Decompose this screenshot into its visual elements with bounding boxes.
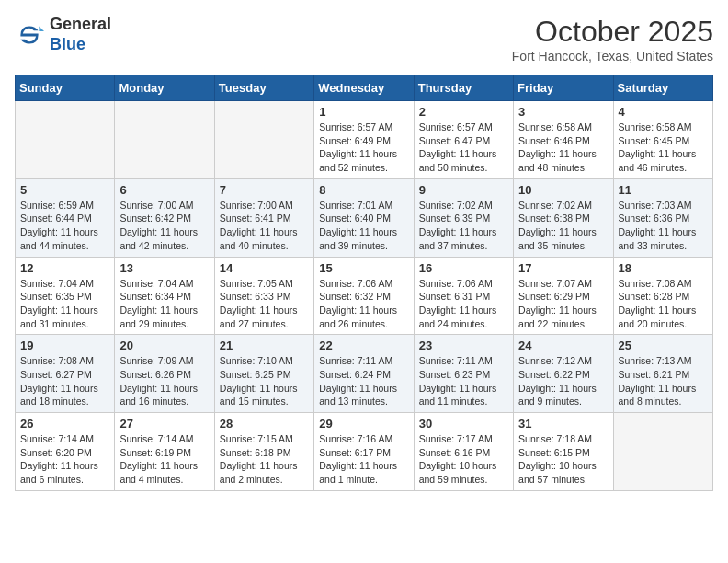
cell-text: Sunrise: 7:06 AMSunset: 6:32 PMDaylight:… [319,278,397,329]
day-number: 22 [319,339,408,352]
calendar-table: SundayMondayTuesdayWednesdayThursdayFrid… [15,75,713,491]
calendar-cell: 23Sunrise: 7:11 AMSunset: 6:23 PMDayligh… [414,335,513,413]
day-number: 5 [20,183,109,197]
calendar-cell: 1Sunrise: 6:57 AMSunset: 6:49 PMDaylight… [314,101,414,179]
cell-text: Sunrise: 7:02 AMSunset: 6:39 PMDaylight:… [419,200,497,251]
day-number: 24 [518,339,608,352]
day-number: 16 [419,261,508,275]
calendar-week-row: 1Sunrise: 6:57 AMSunset: 6:49 PMDaylight… [16,101,713,179]
calendar-cell: 21Sunrise: 7:10 AMSunset: 6:25 PMDayligh… [214,335,313,413]
logo: General Blue [15,15,111,54]
cell-text: Sunrise: 7:04 AMSunset: 6:34 PMDaylight:… [119,278,198,329]
day-number: 11 [619,183,708,197]
day-number: 25 [619,339,708,352]
calendar-cell: 17Sunrise: 7:07 AMSunset: 6:29 PMDayligh… [514,257,613,335]
calendar-cell: 31Sunrise: 7:18 AMSunset: 6:15 PMDayligh… [514,413,613,491]
cell-text: Sunrise: 7:14 AMSunset: 6:20 PMDaylight:… [20,433,98,485]
cell-text: Sunrise: 6:58 AMSunset: 6:45 PMDaylight:… [619,121,697,173]
weekday-header: Saturday [613,75,712,101]
calendar-cell: 7Sunrise: 7:00 AMSunset: 6:41 PMDaylight… [214,178,313,257]
calendar-cell: 8Sunrise: 7:01 AMSunset: 6:40 PMDaylight… [314,178,414,257]
calendar-cell: 19Sunrise: 7:08 AMSunset: 6:27 PMDayligh… [16,335,115,413]
cell-text: Sunrise: 7:02 AMSunset: 6:38 PMDaylight:… [518,200,597,251]
day-number: 17 [518,261,608,275]
calendar-cell: 30Sunrise: 7:17 AMSunset: 6:16 PMDayligh… [414,413,513,491]
cell-text: Sunrise: 7:08 AMSunset: 6:28 PMDaylight:… [619,278,697,329]
day-number: 13 [119,261,209,275]
calendar-cell: 10Sunrise: 7:02 AMSunset: 6:38 PMDayligh… [514,178,613,257]
day-number: 8 [319,183,408,197]
calendar-cell: 24Sunrise: 7:12 AMSunset: 6:22 PMDayligh… [514,335,613,413]
cell-text: Sunrise: 7:00 AMSunset: 6:41 PMDaylight:… [220,200,298,251]
weekday-header-row: SundayMondayTuesdayWednesdayThursdayFrid… [16,75,713,101]
day-number: 18 [619,261,708,275]
cell-text: Sunrise: 7:06 AMSunset: 6:31 PMDaylight:… [419,278,497,329]
calendar-cell: 16Sunrise: 7:06 AMSunset: 6:31 PMDayligh… [414,257,513,335]
day-number: 21 [220,339,309,352]
calendar-cell: 25Sunrise: 7:13 AMSunset: 6:21 PMDayligh… [613,335,712,413]
calendar-week-row: 5Sunrise: 6:59 AMSunset: 6:44 PMDaylight… [16,178,713,257]
cell-text: Sunrise: 6:57 AMSunset: 6:49 PMDaylight:… [319,121,397,173]
calendar-cell [613,413,712,491]
day-number: 14 [220,261,309,275]
day-number: 28 [220,417,309,431]
day-number: 29 [319,417,408,431]
calendar-cell [115,101,214,179]
day-number: 10 [518,183,608,197]
calendar-cell: 3Sunrise: 6:58 AMSunset: 6:46 PMDaylight… [514,101,613,179]
page-header: General Blue October 2025 Fort Hancock, … [15,15,713,63]
logo-icon [15,20,44,50]
svg-marker-0 [39,26,44,31]
cell-text: Sunrise: 7:15 AMSunset: 6:18 PMDaylight:… [220,433,298,485]
calendar-cell: 20Sunrise: 7:09 AMSunset: 6:26 PMDayligh… [115,335,214,413]
calendar-week-row: 12Sunrise: 7:04 AMSunset: 6:35 PMDayligh… [16,257,713,335]
cell-text: Sunrise: 7:16 AMSunset: 6:17 PMDaylight:… [319,433,397,485]
cell-text: Sunrise: 7:18 AMSunset: 6:15 PMDaylight:… [518,433,597,485]
calendar-cell: 22Sunrise: 7:11 AMSunset: 6:24 PMDayligh… [314,335,414,413]
day-number: 7 [220,183,309,197]
day-number: 15 [319,261,408,275]
calendar-cell: 9Sunrise: 7:02 AMSunset: 6:39 PMDaylight… [414,178,513,257]
cell-text: Sunrise: 7:13 AMSunset: 6:21 PMDaylight:… [619,355,697,407]
day-number: 2 [419,105,508,119]
cell-text: Sunrise: 7:05 AMSunset: 6:33 PMDaylight:… [220,278,298,329]
cell-text: Sunrise: 7:12 AMSunset: 6:22 PMDaylight:… [518,355,597,407]
day-number: 27 [119,417,209,431]
calendar-cell: 6Sunrise: 7:00 AMSunset: 6:42 PMDaylight… [115,178,214,257]
cell-text: Sunrise: 6:57 AMSunset: 6:47 PMDaylight:… [419,121,497,173]
cell-text: Sunrise: 6:58 AMSunset: 6:46 PMDaylight:… [518,121,597,173]
calendar-cell: 27Sunrise: 7:14 AMSunset: 6:19 PMDayligh… [115,413,214,491]
cell-text: Sunrise: 7:17 AMSunset: 6:16 PMDaylight:… [419,433,497,485]
calendar-cell: 4Sunrise: 6:58 AMSunset: 6:45 PMDaylight… [613,101,712,179]
cell-text: Sunrise: 7:07 AMSunset: 6:29 PMDaylight:… [518,278,597,329]
calendar-cell: 26Sunrise: 7:14 AMSunset: 6:20 PMDayligh… [16,413,115,491]
cell-text: Sunrise: 7:00 AMSunset: 6:42 PMDaylight:… [119,200,198,251]
day-number: 3 [518,105,608,119]
day-number: 30 [419,417,508,431]
calendar-cell: 28Sunrise: 7:15 AMSunset: 6:18 PMDayligh… [214,413,313,491]
calendar-week-row: 19Sunrise: 7:08 AMSunset: 6:27 PMDayligh… [16,335,713,413]
calendar-cell [16,101,115,179]
cell-text: Sunrise: 7:10 AMSunset: 6:25 PMDaylight:… [220,355,298,407]
location: Fort Hancock, Texas, United States [512,49,713,63]
day-number: 31 [518,417,608,431]
calendar-week-row: 26Sunrise: 7:14 AMSunset: 6:20 PMDayligh… [16,413,713,491]
calendar-cell: 5Sunrise: 6:59 AMSunset: 6:44 PMDaylight… [16,178,115,257]
cell-text: Sunrise: 7:04 AMSunset: 6:35 PMDaylight:… [20,278,98,329]
day-number: 9 [419,183,508,197]
title-block: October 2025 Fort Hancock, Texas, United… [512,15,713,63]
cell-text: Sunrise: 6:59 AMSunset: 6:44 PMDaylight:… [20,200,98,251]
weekday-header: Thursday [414,75,513,101]
cell-text: Sunrise: 7:01 AMSunset: 6:40 PMDaylight:… [319,200,397,251]
weekday-header: Friday [514,75,613,101]
calendar-cell [214,101,313,179]
day-number: 4 [619,105,708,119]
day-number: 20 [119,339,209,352]
cell-text: Sunrise: 7:11 AMSunset: 6:23 PMDaylight:… [419,355,497,407]
calendar-cell: 13Sunrise: 7:04 AMSunset: 6:34 PMDayligh… [115,257,214,335]
calendar-cell: 11Sunrise: 7:03 AMSunset: 6:36 PMDayligh… [613,178,712,257]
day-number: 6 [119,183,209,197]
cell-text: Sunrise: 7:08 AMSunset: 6:27 PMDaylight:… [20,355,98,407]
weekday-header: Tuesday [214,75,313,101]
day-number: 1 [319,105,408,119]
